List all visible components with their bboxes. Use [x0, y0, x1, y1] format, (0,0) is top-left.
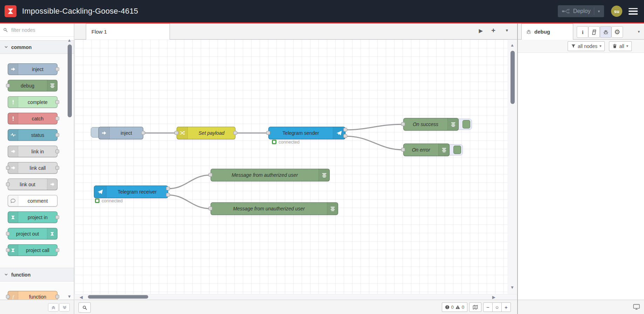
sidebar-tab-help-button[interactable] — [588, 26, 600, 38]
port[interactable] — [266, 131, 270, 135]
zoom-controls: − ○ + — [483, 302, 511, 312]
expand-categories-button[interactable] — [59, 303, 70, 312]
flow-node-on-error[interactable]: On error — [403, 144, 450, 156]
palette-node-complete[interactable]: complete — [8, 96, 57, 108]
port[interactable] — [401, 148, 405, 152]
debug-message-list[interactable] — [518, 53, 644, 300]
flow-node-msg-authorized[interactable]: Message from autherized user — [211, 169, 330, 181]
debug-tab-label: debug — [534, 29, 550, 35]
node-status: connected — [95, 198, 123, 203]
flow-node-inject[interactable]: inject — [98, 127, 143, 139]
debug-filter-dropdown[interactable]: all nodes ▾ — [568, 41, 605, 51]
collapse-categories-button[interactable] — [48, 303, 59, 312]
palette-node-list: inject debug complete catch status — [0, 54, 74, 268]
port[interactable] — [401, 122, 405, 126]
port[interactable] — [6, 84, 10, 88]
port[interactable] — [343, 134, 347, 138]
port[interactable] — [233, 131, 237, 135]
flow-canvas[interactable]: inject Set payload Telegram sender conne… — [75, 40, 517, 300]
port[interactable] — [55, 149, 59, 153]
port[interactable] — [55, 166, 59, 170]
palette-node-project-out[interactable]: project out — [8, 228, 57, 239]
palette-node-link-out[interactable]: link out — [8, 179, 57, 190]
palette-scroll-up-icon[interactable]: ▲ — [67, 38, 71, 42]
warning-count: 0 — [462, 305, 464, 310]
port[interactable] — [6, 248, 10, 252]
deploy-caret-icon[interactable]: ▾ — [598, 9, 600, 13]
palette-node-catch[interactable]: catch — [8, 113, 57, 124]
zoom-out-button[interactable]: − — [483, 302, 493, 312]
palette-category-function[interactable]: function — [0, 268, 74, 281]
port[interactable] — [6, 295, 10, 299]
navigator-map-button[interactable] — [469, 302, 481, 312]
sidebar-tab-info-button[interactable] — [577, 26, 588, 38]
add-flow-button[interactable]: + — [491, 27, 495, 34]
palette-node-status[interactable]: status — [8, 129, 57, 141]
notification-counts[interactable]: 0 0 — [442, 302, 467, 312]
wire[interactable] — [345, 136, 403, 150]
palette-scrollbar-thumb[interactable] — [68, 44, 72, 117]
port[interactable] — [55, 67, 59, 71]
port[interactable] — [55, 295, 59, 299]
palette-node-link-call[interactable]: link call — [8, 162, 57, 174]
palette-node-debug[interactable]: debug — [8, 80, 57, 91]
flow-menu-caret-icon[interactable]: ▾ — [506, 28, 508, 33]
main-menu-button[interactable] — [629, 8, 638, 15]
port[interactable] — [55, 248, 59, 252]
project-icon — [8, 212, 18, 223]
wire[interactable] — [345, 124, 403, 130]
port[interactable] — [6, 182, 10, 186]
port[interactable] — [166, 193, 170, 197]
palette-scroll-down-icon[interactable]: ▼ — [67, 294, 71, 299]
sidebar-tab-debug-button[interactable] — [600, 26, 611, 38]
status-text: connected — [102, 198, 123, 203]
palette-search — [0, 23, 74, 37]
node-label: Set payload — [188, 127, 235, 139]
node-label: On error — [404, 144, 438, 156]
wire[interactable] — [168, 175, 211, 189]
sidebar-menu-caret-icon[interactable]: ▾ — [638, 30, 640, 34]
port[interactable] — [208, 173, 212, 177]
palette-node-project-in[interactable]: project in — [8, 211, 57, 223]
port[interactable] — [55, 215, 59, 219]
palette-node-inject[interactable]: inject — [8, 63, 57, 75]
sidebar-tab-config-button[interactable]: ⚙ — [611, 26, 623, 38]
canvas-search-button[interactable] — [78, 302, 91, 313]
tab-flow-1[interactable]: Flow 1 — [86, 23, 170, 40]
palette-category-common[interactable]: common — [0, 40, 74, 54]
wire[interactable] — [168, 195, 211, 209]
event-log-button[interactable] — [633, 304, 640, 311]
debug-clear-dropdown[interactable]: all ▾ — [609, 41, 632, 51]
flow-node-on-success[interactable]: On success — [403, 118, 459, 131]
exclamation-icon — [8, 97, 18, 107]
map-icon — [473, 305, 478, 310]
palette-node-project-call[interactable]: project call — [8, 244, 57, 256]
palette-search-input[interactable] — [11, 27, 68, 33]
deploy-label: Deploy — [573, 8, 591, 14]
port[interactable] — [55, 117, 59, 120]
port[interactable] — [166, 187, 170, 190]
port[interactable] — [6, 166, 10, 170]
palette-node-link-in[interactable]: link in — [8, 146, 57, 157]
tab-debug[interactable]: debug — [521, 23, 573, 40]
deploy-button[interactable]: Deploy ▾ — [558, 5, 604, 17]
palette-node-comment[interactable]: comment — [8, 195, 57, 207]
port[interactable] — [6, 232, 10, 236]
user-avatar[interactable]: su — [611, 6, 622, 17]
zoom-in-button[interactable]: + — [502, 302, 511, 312]
port[interactable] — [174, 131, 178, 135]
port[interactable] — [55, 100, 59, 104]
open-flow-list-icon[interactable]: ▶ — [479, 28, 483, 33]
port[interactable] — [141, 131, 145, 135]
sidebar-footer — [518, 300, 644, 314]
inject-icon — [8, 64, 18, 75]
port[interactable] — [208, 207, 212, 210]
flow-node-msg-unauthorized[interactable]: Message from unautherized user — [211, 202, 338, 215]
port[interactable] — [343, 128, 347, 132]
book-icon — [591, 29, 597, 35]
flow-node-telegram-sender[interactable]: Telegram sender — [268, 127, 345, 139]
port[interactable] — [55, 133, 59, 137]
flow-node-set-payload[interactable]: Set payload — [177, 127, 235, 139]
zoom-reset-button[interactable]: ○ — [493, 302, 502, 312]
flow-node-telegram-receiver[interactable]: Telegram receiver — [94, 186, 168, 198]
